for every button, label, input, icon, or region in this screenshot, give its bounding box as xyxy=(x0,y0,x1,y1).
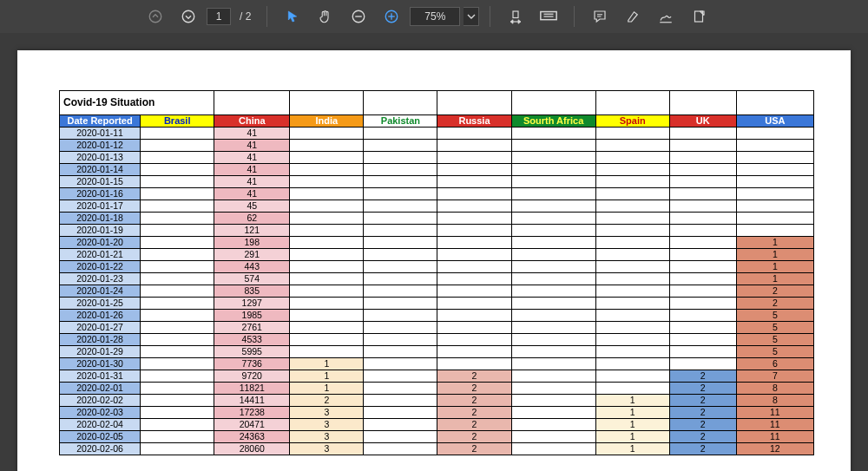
zoom-value[interactable]: 75% xyxy=(410,7,460,26)
cell-spain xyxy=(595,346,669,358)
cell-brasil xyxy=(141,310,214,322)
cell-uk xyxy=(669,285,736,298)
table-row: 2020-01-201981 xyxy=(60,237,814,249)
cell-spain xyxy=(595,237,669,249)
header-china: China xyxy=(214,115,290,128)
cell-date: 2020-01-26 xyxy=(60,310,141,322)
header-india: India xyxy=(290,115,364,128)
cell-brasil xyxy=(141,152,214,164)
table-row: 2020-01-19121 xyxy=(60,225,814,237)
empty-cell xyxy=(669,91,736,115)
cell-pak xyxy=(364,383,437,395)
cell-usa xyxy=(736,225,813,237)
cell-india xyxy=(290,140,364,152)
zoom-in-icon[interactable] xyxy=(377,3,406,29)
cell-sa xyxy=(511,273,595,285)
header-uk: UK xyxy=(669,115,736,128)
table-row: 2020-01-248352 xyxy=(60,285,814,298)
cell-usa: 5 xyxy=(736,310,813,322)
cell-spain xyxy=(595,370,669,383)
cell-usa xyxy=(736,213,813,225)
header-rus: Russia xyxy=(437,115,511,128)
cell-date: 2020-01-19 xyxy=(60,225,141,237)
cell-china: 7736 xyxy=(214,358,290,370)
cell-uk: 2 xyxy=(669,419,736,431)
table-title-cell: Covid-19 Situation xyxy=(60,91,214,115)
cell-china: 41 xyxy=(214,152,290,164)
cell-rus xyxy=(437,188,511,200)
cell-sa xyxy=(511,164,595,176)
cell-brasil xyxy=(141,419,214,431)
cell-sa xyxy=(511,128,595,140)
cell-date: 2020-01-20 xyxy=(60,237,141,249)
cell-spain: 1 xyxy=(595,419,669,431)
cell-india: 3 xyxy=(290,419,364,431)
cell-china: 41 xyxy=(214,140,290,152)
cell-pak xyxy=(364,225,437,237)
comment-icon[interactable] xyxy=(585,3,615,29)
cell-date: 2020-01-13 xyxy=(60,152,141,164)
cell-uk xyxy=(669,358,736,370)
cell-spain xyxy=(595,261,669,273)
cell-date: 2020-02-05 xyxy=(60,431,141,443)
fit-page-icon[interactable] xyxy=(534,3,563,29)
table-row: 2020-01-2727615 xyxy=(60,322,814,334)
table-row: 2020-01-1862 xyxy=(60,213,814,225)
cell-china: 14411 xyxy=(214,395,290,407)
cell-usa: 1 xyxy=(736,273,813,285)
hand-tool-icon[interactable] xyxy=(311,3,340,29)
pointer-tool-icon[interactable] xyxy=(278,3,307,29)
empty-cell xyxy=(290,91,364,115)
table-row: 2020-01-1141 xyxy=(60,128,814,140)
cell-rus xyxy=(437,200,511,213)
zoom-out-icon[interactable] xyxy=(344,3,373,29)
pdf-page: Covid-19 SituationDate ReportedBrasilChi… xyxy=(17,50,851,471)
cell-rus: 2 xyxy=(437,395,511,407)
fit-width-icon[interactable] xyxy=(501,3,530,29)
cell-spain xyxy=(595,164,669,176)
cell-pak xyxy=(364,419,437,431)
cell-spain xyxy=(595,383,669,395)
cell-china: 443 xyxy=(214,261,290,273)
cell-china: 24363 xyxy=(214,431,290,443)
cell-spain xyxy=(595,322,669,334)
cell-india: 1 xyxy=(290,358,364,370)
page-number-input[interactable] xyxy=(207,8,231,25)
cell-date: 2020-01-25 xyxy=(60,298,141,310)
cell-spain xyxy=(595,358,669,370)
cell-pak xyxy=(364,298,437,310)
cell-uk xyxy=(669,176,736,188)
cell-sa xyxy=(511,249,595,261)
cell-pak xyxy=(364,128,437,140)
cell-brasil xyxy=(141,249,214,261)
empty-cell xyxy=(437,91,511,115)
sign-icon[interactable] xyxy=(651,3,681,29)
cell-date: 2020-01-15 xyxy=(60,176,141,188)
cell-uk: 2 xyxy=(669,431,736,443)
cell-usa: 2 xyxy=(736,285,813,298)
cell-sa xyxy=(511,152,595,164)
covid-table: Covid-19 SituationDate ReportedBrasilChi… xyxy=(59,90,814,455)
cell-china: 5995 xyxy=(214,346,290,358)
cell-china: 835 xyxy=(214,285,290,298)
table-row: 2020-01-212911 xyxy=(60,249,814,261)
cell-india xyxy=(290,152,364,164)
cell-usa xyxy=(736,128,813,140)
next-page-icon[interactable] xyxy=(174,3,203,29)
cell-brasil xyxy=(141,188,214,200)
cell-india xyxy=(290,273,364,285)
header-pak: Pakistan xyxy=(364,115,437,128)
cell-china: 1297 xyxy=(214,298,290,310)
cell-pak xyxy=(364,358,437,370)
cell-china: 41 xyxy=(214,164,290,176)
highlight-icon[interactable] xyxy=(618,3,648,29)
cell-pak xyxy=(364,334,437,346)
clipboard-icon[interactable] xyxy=(684,3,713,29)
cell-india xyxy=(290,164,364,176)
empty-cell xyxy=(214,91,290,115)
cell-sa xyxy=(511,237,595,249)
document-viewport[interactable]: Covid-19 SituationDate ReportedBrasilChi… xyxy=(0,33,868,471)
cell-rus xyxy=(437,176,511,188)
cell-india xyxy=(290,298,364,310)
zoom-dropdown-icon[interactable] xyxy=(464,7,479,26)
